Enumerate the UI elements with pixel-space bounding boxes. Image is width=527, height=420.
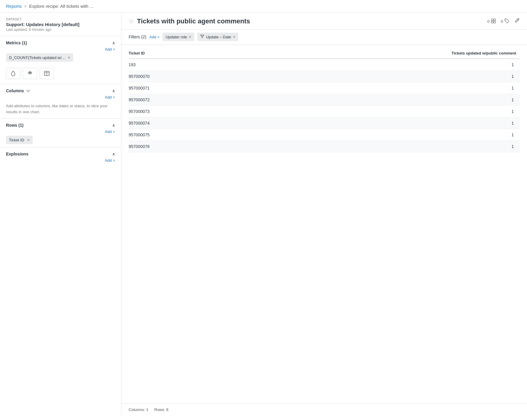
svg-point-8	[506, 19, 506, 20]
edit-icon[interactable]	[514, 18, 520, 25]
svg-rect-4	[491, 19, 493, 21]
svg-point-0	[29, 73, 31, 74]
table-area: Ticket ID Tickets updated w/public comme…	[121, 45, 527, 404]
rows-title: Rows (1)	[6, 123, 23, 128]
viz-icon-droplet[interactable]	[6, 68, 20, 79]
dataset-label: Dataset	[6, 17, 115, 21]
data-table: Ticket ID Tickets updated w/public comme…	[129, 47, 520, 152]
cell-count: 1	[221, 71, 520, 82]
filters-bar: Filters (2) Add > Updater role × Update …	[121, 30, 527, 45]
table-row: 957000074 1	[129, 117, 520, 129]
svg-rect-5	[494, 19, 496, 21]
filter-add-link[interactable]: Add >	[149, 35, 159, 39]
metrics-chip-label: D_COUNT(Tickets updated w/...	[9, 55, 65, 60]
table-row: 957000076 1	[129, 141, 520, 152]
rows-collapse-arrow[interactable]: ∧	[112, 123, 115, 128]
cell-ticket-id: 957000074	[129, 117, 221, 129]
rows-chip: Ticket ID ×	[6, 136, 33, 144]
metrics-chip-row: D_COUNT(Tickets updated w/... ×	[0, 52, 121, 65]
rows-chip-remove[interactable]: ×	[27, 138, 30, 142]
explosions-section-header: Explosions ∧	[0, 147, 121, 158]
cell-ticket-id: 957000076	[129, 141, 221, 152]
table-row: 957000073 1	[129, 106, 520, 117]
content-area: ☆ Tickets with public agent comments 0	[121, 13, 527, 416]
explosions-add-link[interactable]: Add >	[0, 158, 121, 163]
filter-chip-updater-role[interactable]: Updater role ×	[162, 33, 194, 41]
table-row: 193 1	[129, 59, 520, 71]
columns-add-link[interactable]: Add >	[0, 95, 121, 99]
report-actions: 0 0	[487, 18, 520, 25]
svg-rect-7	[494, 21, 496, 23]
footer-rows: Rows: 8	[154, 407, 168, 412]
metrics-collapse-arrow[interactable]: ∧	[112, 40, 115, 45]
sidebar: Dataset Support: Updates History [defaul…	[0, 13, 121, 416]
table-row: 957000072 1	[129, 94, 520, 106]
table-footer: Columns: 1 Rows: 8	[121, 404, 527, 416]
action-tag-icon	[504, 18, 510, 25]
dataset-section: Dataset Support: Updates History [defaul…	[0, 13, 121, 36]
action-count1-value: 0	[487, 19, 490, 24]
rows-add-link[interactable]: Add >	[0, 129, 121, 134]
columns-collapse-arrow[interactable]: ∧	[112, 88, 115, 93]
cell-count: 1	[221, 141, 520, 152]
col-count: Tickets updated w/public comment	[221, 47, 520, 59]
cell-ticket-id: 957000072	[129, 94, 221, 106]
action-badge-count2: 0	[501, 18, 510, 25]
cell-ticket-id: 957000073	[129, 106, 221, 117]
action-grid-icon	[491, 18, 496, 25]
cell-ticket-id: 957000070	[129, 71, 221, 82]
main-layout: Dataset Support: Updates History [defaul…	[0, 13, 527, 416]
table-row: 957000071 1	[129, 82, 520, 94]
explosions-title: Explosions	[6, 152, 28, 156]
breadcrumb-separator: >	[24, 4, 27, 9]
viz-icons-row	[0, 65, 121, 84]
filter-chip-update-date-label: Update – Date	[206, 35, 231, 39]
report-title: Tickets with public agent comments	[137, 17, 250, 25]
viz-icon-signal[interactable]	[23, 68, 37, 79]
breadcrumb: Reports > Explore recipe: All tickets wi…	[0, 0, 527, 13]
cell-count: 1	[221, 129, 520, 141]
report-title-row: ☆ Tickets with public agent comments	[129, 17, 250, 25]
filter-chip-updater-role-remove[interactable]: ×	[189, 34, 191, 39]
filter-chip-update-date-remove[interactable]: ×	[233, 34, 235, 39]
dataset-updated: Last updated: 6 minutes ago	[6, 28, 115, 32]
table-row: 957000070 1	[129, 71, 520, 82]
metrics-title: Metrics (1)	[6, 40, 27, 45]
report-header: ☆ Tickets with public agent comments 0	[121, 13, 527, 30]
star-icon[interactable]: ☆	[129, 18, 134, 25]
cell-count: 1	[221, 94, 520, 106]
action-badge-count1: 0	[487, 18, 496, 25]
viz-icon-table[interactable]	[40, 68, 54, 79]
dataset-name: Support: Updates History [default]	[6, 22, 115, 27]
filter-chip-update-date[interactable]: Update – Date ×	[197, 33, 238, 41]
columns-title-text: Columns	[6, 88, 24, 93]
cell-count: 1	[221, 82, 520, 94]
metrics-section-header: Metrics (1) ∧	[0, 36, 121, 47]
explosions-collapse-arrow[interactable]: ∧	[112, 152, 115, 156]
metrics-chip: D_COUNT(Tickets updated w/... ×	[6, 53, 73, 62]
breadcrumb-current: Explore recipe: All tickets with ...	[29, 4, 93, 9]
cell-count: 1	[221, 59, 520, 71]
rows-chip-label: Ticket ID	[9, 138, 24, 142]
footer-columns: Columns: 1	[129, 407, 148, 412]
table-header: Ticket ID Tickets updated w/public comme…	[129, 47, 520, 59]
svg-rect-6	[491, 21, 493, 23]
breadcrumb-reports-link[interactable]: Reports	[6, 4, 22, 9]
cell-count: 1	[221, 106, 520, 117]
cell-ticket-id: 957000075	[129, 129, 221, 141]
rows-chip-row: Ticket ID ×	[0, 134, 121, 147]
cell-ticket-id: 957000071	[129, 82, 221, 94]
table-body: 193 1 957000070 1 957000071 1 957000072 …	[129, 59, 520, 152]
metrics-add-link[interactable]: Add >	[0, 47, 121, 52]
columns-title: Columns	[6, 88, 31, 93]
columns-empty-state: Add attributes to columns, like dates or…	[0, 99, 121, 118]
filter-funnel-icon	[200, 34, 204, 39]
action-count2-value: 0	[501, 19, 503, 24]
table-row: 957000075 1	[129, 129, 520, 141]
filters-label: Filters (2)	[129, 34, 146, 39]
filter-chip-updater-role-label: Updater role	[165, 35, 187, 39]
metrics-chip-remove[interactable]: ×	[68, 55, 70, 60]
cell-ticket-id: 193	[129, 59, 221, 71]
col-ticket-id: Ticket ID	[129, 47, 221, 59]
rows-section-header: Rows (1) ∧	[0, 119, 121, 129]
